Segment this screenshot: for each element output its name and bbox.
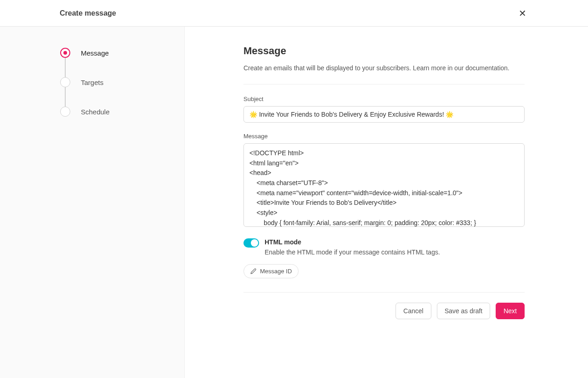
step-label: Targets: [81, 79, 103, 86]
panel-title: Message: [243, 45, 525, 57]
html-mode-row: HTML mode Enable the HTML mode if your m…: [243, 238, 525, 256]
step-targets[interactable]: Targets: [60, 77, 184, 107]
next-button[interactable]: Next: [496, 303, 525, 319]
step-connector: [65, 58, 66, 77]
modal-header: Create message ✕: [0, 0, 588, 27]
message-field-group: Message: [243, 133, 525, 228]
step-indicator-icon: [60, 107, 70, 117]
message-id-button[interactable]: Message ID: [243, 264, 299, 278]
footer-actions: Cancel Save as draft Next: [243, 303, 525, 319]
step-schedule[interactable]: Schedule: [60, 107, 184, 117]
html-mode-toggle[interactable]: [243, 238, 259, 248]
close-button[interactable]: ✕: [517, 8, 528, 19]
step-indicator-icon: [60, 77, 70, 87]
message-id-label: Message ID: [260, 268, 292, 275]
modal-title: Create message: [60, 9, 116, 17]
step-label: Schedule: [81, 108, 110, 116]
steps-list: Message Targets Schedule: [60, 48, 184, 117]
subject-field-group: Subject: [243, 96, 525, 123]
footer-divider: [243, 292, 525, 293]
main-content: Message Create an emails that will be di…: [185, 27, 588, 378]
subject-label: Subject: [243, 96, 525, 102]
message-label: Message: [243, 133, 525, 140]
close-icon: ✕: [519, 8, 526, 18]
cancel-button[interactable]: Cancel: [396, 303, 431, 319]
step-connector: [65, 87, 66, 107]
pencil-icon: [250, 268, 256, 274]
message-textarea[interactable]: [243, 143, 525, 227]
step-label: Message: [81, 49, 109, 57]
step-message[interactable]: Message: [60, 48, 184, 77]
save-as-draft-button[interactable]: Save as draft: [437, 303, 491, 319]
step-indicator-active-icon: [60, 48, 70, 58]
panel-description: Create an emails that will be displayed …: [243, 63, 525, 73]
modal-body: Message Targets Schedule: [0, 27, 588, 378]
html-mode-description: Enable the HTML mode if your message con…: [265, 248, 440, 256]
divider: [243, 84, 525, 85]
steps-sidebar: Message Targets Schedule: [0, 27, 185, 378]
html-mode-title: HTML mode: [265, 238, 440, 246]
subject-input[interactable]: [243, 106, 525, 123]
